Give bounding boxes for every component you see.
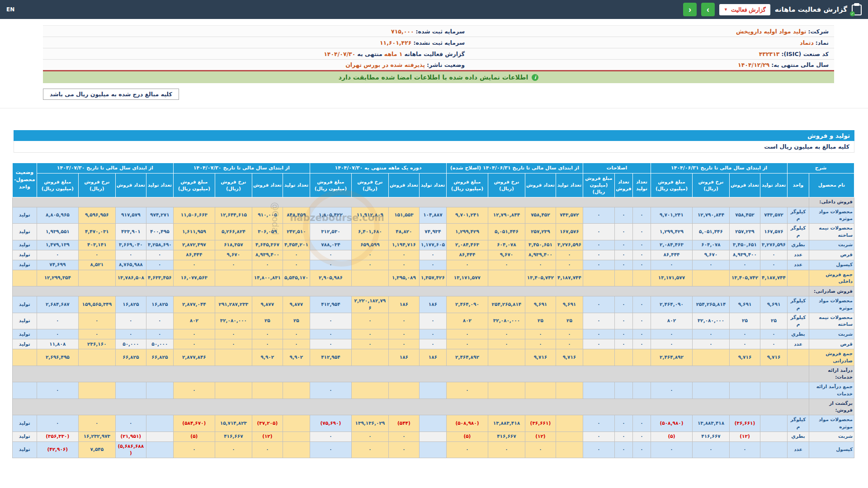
value-cell: ۱,۳۹۵,۰۸۹ bbox=[388, 270, 419, 286]
status-cell: تولید bbox=[12, 207, 37, 224]
value-cell: ۰ bbox=[614, 313, 632, 329]
value-cell: ۰ bbox=[78, 250, 115, 260]
value-cell: (۵) bbox=[651, 432, 692, 441]
value-cell: ۴,۶۴۵,۳۶۷ bbox=[252, 240, 283, 250]
value-cell: ۰ bbox=[583, 296, 614, 313]
value-cell: ۰ bbox=[614, 240, 632, 250]
publisher-status-value: پذیرفته شده در بورس تهران bbox=[345, 61, 425, 68]
value-cell: ۹,۹۰۲ bbox=[252, 349, 283, 366]
value-cell: ۶۰۴,۰۷۸ bbox=[488, 240, 525, 250]
header-sub-2-0: تعداد تولید bbox=[556, 173, 583, 197]
report-period-cell: گزارش فعالیت ماهانه ۱ ماهه منتهی به ۱۴۰۴… bbox=[43, 48, 470, 60]
english-language-link[interactable]: EN bbox=[6, 6, 14, 13]
header-sub-1-2: مبلغ فروش (میلیون ریال) bbox=[583, 173, 614, 197]
value-cell: ۱,۹۳۹,۵۵۱ bbox=[37, 224, 78, 240]
header-unit: واحد bbox=[788, 173, 809, 197]
top-bar: ✓ گزارش فعالیت ماهانه گزارش فعالیت ▼ › ‹… bbox=[0, 0, 868, 19]
value-cell: ۰ bbox=[388, 329, 419, 339]
value-cell bbox=[583, 270, 614, 286]
fiscal-year-cell: سال مالی منتهی به: ۱۴۰۴/۱۲/۲۹ bbox=[470, 60, 834, 71]
value-cell: ۰ bbox=[310, 432, 351, 441]
value-cell: ۰ bbox=[632, 313, 651, 329]
value-cell: ۸,۹۳۹,۴۰۰ bbox=[730, 250, 760, 260]
product-name-cell: شربت bbox=[809, 432, 854, 441]
value-cell: ۰ bbox=[693, 441, 730, 458]
next-report-button[interactable]: › bbox=[701, 3, 715, 16]
value-cell: ۰ bbox=[614, 296, 632, 313]
value-cell: ۲,۶۸۴,۶۸۷ bbox=[37, 296, 78, 313]
product-name-cell: جمع درآمد ارائه خدمات bbox=[809, 382, 854, 399]
production-sales-section: تولید و فروش کلیه مبالغ به میلیون ریال ا… bbox=[14, 130, 854, 458]
value-cell: ۰ bbox=[632, 296, 651, 313]
value-cell: ۲,۰۸۴,۴۶۳ bbox=[446, 240, 488, 250]
value-cell bbox=[419, 415, 446, 432]
value-cell bbox=[583, 382, 614, 399]
value-cell bbox=[614, 349, 632, 366]
status-cell: تولید bbox=[12, 339, 37, 349]
value-cell: (۵) bbox=[446, 432, 488, 441]
value-cell: ۰ bbox=[556, 260, 583, 270]
value-cell: ۰ bbox=[632, 432, 651, 441]
value-cell: ۶۰۴,۰۷۸ bbox=[693, 240, 730, 250]
value-cell: ۱۳,۱۷۱,۵۷۷ bbox=[651, 270, 692, 286]
value-cell: ۴,۶۳۳,۴۵۶ bbox=[146, 270, 173, 286]
unit-cell: کیلوگرم bbox=[788, 296, 809, 313]
value-cell: ۰ bbox=[583, 250, 614, 260]
value-cell: ۰ bbox=[632, 260, 651, 270]
value-cell: ۴۱۶,۶۶۷ bbox=[693, 432, 730, 441]
value-cell: ۰ bbox=[252, 339, 283, 349]
value-cell: ۰ bbox=[388, 441, 419, 458]
table-row: کپسولعدد۰۰۰۰۰۰۰۰۰۰۰۰۰۰۰۰۰۰۰۰۸,۷۶۵,۹۸۸۸,۵… bbox=[12, 260, 854, 270]
value-cell bbox=[351, 382, 388, 399]
value-cell: ۹۷۴,۲۷۱ bbox=[146, 207, 173, 224]
page-title: گزارش فعالیت ماهانه bbox=[775, 5, 847, 14]
unit-cell: کیلوگرم bbox=[788, 207, 809, 224]
header-sub-0-1: تعداد فروش bbox=[730, 173, 760, 197]
publisher-status-cell: وضعیت ناشر: پذیرفته شده در بورس تهران bbox=[43, 60, 470, 71]
header-sub-3-3: مبلغ فروش (میلیون ریال) bbox=[310, 173, 351, 197]
value-cell: ۰ bbox=[760, 329, 788, 339]
value-cell: ۰ bbox=[632, 441, 651, 458]
value-cell: ۳۱۲,۵۳۰ bbox=[310, 224, 351, 240]
value-cell: ۰ bbox=[351, 260, 388, 270]
value-cell: ۰ bbox=[252, 441, 283, 458]
value-cell bbox=[215, 270, 252, 286]
header-group-3: دوره یک ماهه منتهی به ۱۴۰۴/۰۷/۳۰ bbox=[310, 163, 446, 174]
value-cell: ۱,۲۹۹,۴۲۹ bbox=[651, 224, 692, 240]
value-cell: ۶۱۸,۳۵۷ bbox=[215, 240, 252, 250]
section-filler bbox=[12, 399, 809, 415]
value-cell bbox=[693, 270, 730, 286]
company-label: شرکت: bbox=[808, 28, 829, 35]
value-cell bbox=[760, 415, 788, 432]
value-cell: ۰ bbox=[632, 415, 651, 432]
value-cell: ۵,۰۵۱,۴۴۶ bbox=[488, 224, 525, 240]
value-cell: (۷۵,۶۹۰) bbox=[310, 415, 351, 432]
value-cell: ۴۰۰,۴۹۵ bbox=[146, 224, 173, 240]
section-row: درآمد ارائه خدمات: bbox=[12, 366, 854, 382]
status-cell: تولید bbox=[12, 329, 37, 339]
value-cell: ۰ bbox=[525, 441, 556, 458]
unregistered-capital-label: سرمایه ثبت نشده: bbox=[413, 39, 465, 46]
value-cell bbox=[488, 270, 525, 286]
value-cell: ۰ bbox=[525, 329, 556, 339]
unit-cell bbox=[788, 270, 809, 286]
value-cell: ۰ bbox=[310, 339, 351, 349]
value-cell: (۳۵۶,۳۳۰) bbox=[37, 432, 78, 441]
value-cell: ۱۰۴,۸۸۷ bbox=[419, 207, 446, 224]
value-cell bbox=[146, 441, 173, 458]
product-name-cell: قرص bbox=[809, 250, 854, 260]
value-cell: ۰ bbox=[173, 441, 215, 458]
previous-report-button[interactable]: ‹ bbox=[683, 3, 697, 16]
value-cell: ۳,۶۶۹,۰۴۰ bbox=[115, 240, 146, 250]
value-cell: ۰ bbox=[651, 329, 692, 339]
value-cell: ۰ bbox=[614, 432, 632, 441]
report-type-dropdown[interactable]: گزارش فعالیت ▼ bbox=[719, 4, 770, 15]
value-cell: ۱۶۷,۵۷۶ bbox=[556, 224, 583, 240]
value-cell: ۵۰,۰۰۰ bbox=[146, 339, 173, 349]
report-label: گزارش فعالیت ماهانه bbox=[404, 51, 465, 57]
table-row: محصولات نیمه ساختهکیلوگرم۱۶۷,۵۷۶۲۵۷,۲۳۹۵… bbox=[12, 224, 854, 240]
table-row: جمع درآمد ارائه خدمات۰۰۰۰۰ bbox=[12, 382, 854, 399]
value-cell: ۰ bbox=[730, 329, 760, 339]
value-cell: ۸,۹۳۹,۴۰۰ bbox=[525, 250, 556, 260]
header-sub-0-0: تعداد تولید bbox=[760, 173, 788, 197]
